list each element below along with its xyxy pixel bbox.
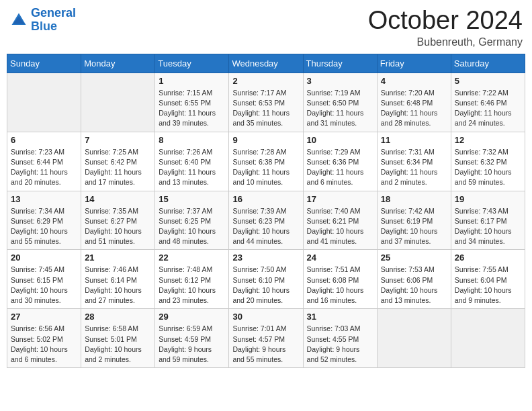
day-number: 14 bbox=[85, 194, 151, 204]
day-number: 27 bbox=[11, 312, 77, 322]
day-info: Sunrise: 7:29 AMSunset: 6:36 PMDaylight:… bbox=[307, 147, 373, 188]
day-of-week-header: Saturday bbox=[451, 54, 525, 73]
calendar-cell: 16Sunrise: 7:39 AMSunset: 6:23 PMDayligh… bbox=[229, 191, 303, 250]
day-of-week-header: Thursday bbox=[303, 54, 377, 73]
calendar-cell: 29Sunrise: 6:59 AMSunset: 4:59 PMDayligh… bbox=[155, 309, 229, 368]
day-number: 28 bbox=[85, 312, 151, 322]
day-info: Sunrise: 7:17 AMSunset: 6:53 PMDaylight:… bbox=[232, 88, 299, 129]
day-info: Sunrise: 7:23 AMSunset: 6:44 PMDaylight:… bbox=[11, 147, 77, 188]
calendar-cell: 12Sunrise: 7:32 AMSunset: 6:32 PMDayligh… bbox=[451, 132, 525, 191]
day-info: Sunrise: 7:34 AMSunset: 6:29 PMDaylight:… bbox=[11, 206, 77, 247]
day-info: Sunrise: 7:31 AMSunset: 6:34 PMDaylight:… bbox=[381, 147, 447, 188]
day-info: Sunrise: 7:01 AMSunset: 4:57 PMDaylight:… bbox=[232, 324, 299, 365]
calendar-cell: 21Sunrise: 7:46 AMSunset: 6:14 PMDayligh… bbox=[81, 250, 155, 309]
days-of-week-row: SundayMondayTuesdayWednesdayThursdayFrid… bbox=[7, 54, 525, 73]
day-number: 18 bbox=[381, 194, 447, 204]
calendar-body: 1Sunrise: 7:15 AMSunset: 6:55 PMDaylight… bbox=[7, 73, 525, 367]
logo-text: General Blue bbox=[31, 7, 76, 34]
calendar-cell: 1Sunrise: 7:15 AMSunset: 6:55 PMDaylight… bbox=[155, 73, 229, 132]
day-number: 15 bbox=[159, 194, 225, 204]
calendar-cell: 6Sunrise: 7:23 AMSunset: 6:44 PMDaylight… bbox=[7, 132, 81, 191]
calendar-cell: 24Sunrise: 7:51 AMSunset: 6:08 PMDayligh… bbox=[303, 250, 377, 309]
day-info: Sunrise: 6:56 AMSunset: 5:02 PMDaylight:… bbox=[11, 324, 77, 365]
calendar-table: SundayMondayTuesdayWednesdayThursdayFrid… bbox=[7, 54, 525, 368]
calendar-cell: 11Sunrise: 7:31 AMSunset: 6:34 PMDayligh… bbox=[377, 132, 451, 191]
calendar-cell bbox=[377, 309, 451, 368]
calendar-cell bbox=[81, 73, 155, 132]
calendar-cell: 26Sunrise: 7:55 AMSunset: 6:04 PMDayligh… bbox=[451, 250, 525, 309]
day-of-week-header: Sunday bbox=[7, 54, 81, 73]
day-number: 6 bbox=[11, 135, 77, 145]
calendar-cell: 2Sunrise: 7:17 AMSunset: 6:53 PMDaylight… bbox=[229, 73, 303, 132]
day-info: Sunrise: 7:46 AMSunset: 6:14 PMDaylight:… bbox=[85, 265, 151, 306]
day-number: 29 bbox=[159, 312, 225, 322]
day-info: Sunrise: 6:59 AMSunset: 4:59 PMDaylight:… bbox=[159, 324, 225, 365]
day-info: Sunrise: 7:20 AMSunset: 6:48 PMDaylight:… bbox=[381, 88, 447, 129]
day-number: 3 bbox=[307, 76, 373, 86]
day-info: Sunrise: 7:42 AMSunset: 6:19 PMDaylight:… bbox=[381, 206, 447, 247]
calendar-header: SundayMondayTuesdayWednesdayThursdayFrid… bbox=[7, 54, 525, 73]
day-info: Sunrise: 7:45 AMSunset: 6:15 PMDaylight:… bbox=[11, 265, 77, 306]
logo-icon bbox=[9, 11, 28, 30]
day-info: Sunrise: 7:26 AMSunset: 6:40 PMDaylight:… bbox=[159, 147, 225, 188]
day-info: Sunrise: 7:55 AMSunset: 6:04 PMDaylight:… bbox=[455, 265, 521, 306]
day-number: 4 bbox=[381, 76, 447, 86]
day-number: 31 bbox=[307, 312, 373, 322]
day-info: Sunrise: 7:43 AMSunset: 6:17 PMDaylight:… bbox=[455, 206, 521, 247]
calendar-cell: 22Sunrise: 7:48 AMSunset: 6:12 PMDayligh… bbox=[155, 250, 229, 309]
calendar-cell: 18Sunrise: 7:42 AMSunset: 6:19 PMDayligh… bbox=[377, 191, 451, 250]
month-title: October 2024 bbox=[368, 7, 523, 35]
location: Bubenreuth, Germany bbox=[368, 36, 523, 48]
calendar-cell: 15Sunrise: 7:37 AMSunset: 6:25 PMDayligh… bbox=[155, 191, 229, 250]
calendar-cell: 14Sunrise: 7:35 AMSunset: 6:27 PMDayligh… bbox=[81, 191, 155, 250]
day-info: Sunrise: 7:25 AMSunset: 6:42 PMDaylight:… bbox=[85, 147, 151, 188]
day-number: 17 bbox=[307, 194, 373, 204]
calendar-cell: 7Sunrise: 7:25 AMSunset: 6:42 PMDaylight… bbox=[81, 132, 155, 191]
day-info: Sunrise: 7:37 AMSunset: 6:25 PMDaylight:… bbox=[159, 206, 225, 247]
day-of-week-header: Friday bbox=[377, 54, 451, 73]
calendar-cell: 25Sunrise: 7:53 AMSunset: 6:06 PMDayligh… bbox=[377, 250, 451, 309]
calendar-cell: 23Sunrise: 7:50 AMSunset: 6:10 PMDayligh… bbox=[229, 250, 303, 309]
day-number: 8 bbox=[159, 135, 225, 145]
day-number: 12 bbox=[455, 135, 521, 145]
calendar-cell: 5Sunrise: 7:22 AMSunset: 6:46 PMDaylight… bbox=[451, 73, 525, 132]
logo-general: General bbox=[31, 6, 76, 19]
logo-blue: Blue bbox=[31, 19, 57, 33]
day-number: 22 bbox=[159, 253, 225, 263]
logo: General Blue bbox=[9, 7, 76, 34]
day-number: 2 bbox=[232, 76, 299, 86]
day-info: Sunrise: 7:50 AMSunset: 6:10 PMDaylight:… bbox=[232, 265, 299, 306]
day-of-week-header: Monday bbox=[81, 54, 155, 73]
day-number: 1 bbox=[159, 76, 225, 86]
day-of-week-header: Tuesday bbox=[155, 54, 229, 73]
day-info: Sunrise: 7:51 AMSunset: 6:08 PMDaylight:… bbox=[307, 265, 373, 306]
day-info: Sunrise: 7:03 AMSunset: 4:55 PMDaylight:… bbox=[307, 324, 373, 365]
calendar-cell: 8Sunrise: 7:26 AMSunset: 6:40 PMDaylight… bbox=[155, 132, 229, 191]
calendar-cell: 13Sunrise: 7:34 AMSunset: 6:29 PMDayligh… bbox=[7, 191, 81, 250]
day-info: Sunrise: 7:35 AMSunset: 6:27 PMDaylight:… bbox=[85, 206, 151, 247]
calendar-cell: 28Sunrise: 6:58 AMSunset: 5:01 PMDayligh… bbox=[81, 309, 155, 368]
calendar-week-row: 13Sunrise: 7:34 AMSunset: 6:29 PMDayligh… bbox=[7, 191, 525, 250]
day-number: 26 bbox=[455, 253, 521, 263]
day-info: Sunrise: 7:22 AMSunset: 6:46 PMDaylight:… bbox=[455, 88, 521, 129]
calendar-cell: 9Sunrise: 7:28 AMSunset: 6:38 PMDaylight… bbox=[229, 132, 303, 191]
day-number: 30 bbox=[232, 312, 299, 322]
day-number: 9 bbox=[232, 135, 299, 145]
day-number: 10 bbox=[307, 135, 373, 145]
day-info: Sunrise: 7:28 AMSunset: 6:38 PMDaylight:… bbox=[232, 147, 299, 188]
calendar-cell bbox=[451, 309, 525, 368]
calendar-cell: 19Sunrise: 7:43 AMSunset: 6:17 PMDayligh… bbox=[451, 191, 525, 250]
day-number: 13 bbox=[11, 194, 77, 204]
calendar-week-row: 27Sunrise: 6:56 AMSunset: 5:02 PMDayligh… bbox=[7, 309, 525, 368]
calendar-cell: 27Sunrise: 6:56 AMSunset: 5:02 PMDayligh… bbox=[7, 309, 81, 368]
page-header: General Blue October 2024 Bubenreuth, Ge… bbox=[7, 7, 525, 48]
day-info: Sunrise: 6:58 AMSunset: 5:01 PMDaylight:… bbox=[85, 324, 151, 365]
day-number: 21 bbox=[85, 253, 151, 263]
calendar-week-row: 6Sunrise: 7:23 AMSunset: 6:44 PMDaylight… bbox=[7, 132, 525, 191]
day-of-week-header: Wednesday bbox=[229, 54, 303, 73]
day-number: 20 bbox=[11, 253, 77, 263]
day-number: 16 bbox=[232, 194, 299, 204]
day-info: Sunrise: 7:15 AMSunset: 6:55 PMDaylight:… bbox=[159, 88, 225, 129]
calendar-cell: 3Sunrise: 7:19 AMSunset: 6:50 PMDaylight… bbox=[303, 73, 377, 132]
calendar-week-row: 20Sunrise: 7:45 AMSunset: 6:15 PMDayligh… bbox=[7, 250, 525, 309]
